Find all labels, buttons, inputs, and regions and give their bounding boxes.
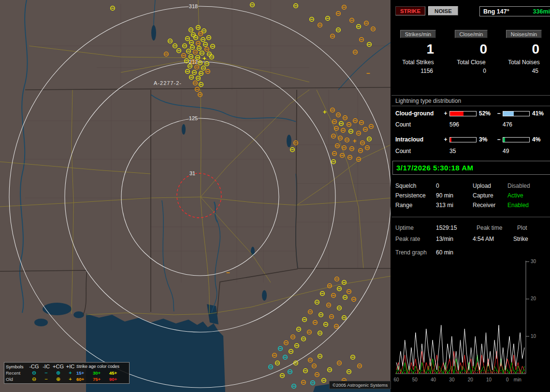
age-code-75: 75+	[93, 376, 109, 382]
map-legend: Symbols -CG -IC +CG +IC Strike age color…	[4, 362, 130, 384]
intracloud-row: Intracloud + 3% − 4%	[391, 136, 550, 143]
settings-section: Squelch 0 Upload Disabled Persistence 90…	[391, 181, 550, 210]
cg-minus-pct: 41%	[531, 110, 548, 117]
neg-ic-symbol-icon: −	[40, 370, 52, 376]
lightning-map: 31821212531 A-2277-2- Symbols -CG -IC +C…	[0, 0, 391, 392]
legend-age-header: Strike age color codes	[76, 364, 126, 370]
legend-recent-label: Recent	[6, 370, 28, 376]
svg-text:40: 40	[431, 377, 436, 382]
legend-col-neg-cg: -CG	[28, 364, 40, 370]
capture-label: Capture	[469, 191, 507, 200]
bearing-display: Bng 147° 336mi	[479, 6, 550, 16]
svg-text:min: min	[514, 377, 521, 382]
ic-minus-count: 49	[503, 148, 531, 154]
close-per-min-value: 0	[445, 40, 498, 59]
neg-ic-symbol-icon: −	[40, 376, 52, 382]
total-close-value: 0	[445, 68, 498, 76]
noises-per-min-button[interactable]: Noises/min	[506, 30, 542, 38]
cg-plus-bar	[449, 111, 477, 116]
pos-cg-symbol-icon: ⊕	[52, 370, 64, 376]
trend-graph-window: 60 min	[436, 248, 494, 257]
cg-plus-count: 596	[449, 121, 478, 128]
range-value: 313 mi	[436, 200, 469, 210]
ic-plus-count: 35	[449, 148, 478, 154]
noise-button[interactable]: NOISE	[428, 6, 458, 15]
receiver-status: Enabled	[507, 200, 546, 210]
age-code-30: 30+	[93, 370, 109, 376]
total-strikes-label: Total Strikes	[391, 59, 445, 68]
cg-plus-pct: 52%	[478, 110, 495, 117]
distribution-title: Lightning type distribution	[391, 98, 550, 106]
plot-label: Plot	[513, 223, 548, 234]
receiver-label: Receiver	[469, 200, 507, 210]
svg-text:20: 20	[468, 377, 474, 382]
datetime-value: 3/17/2026 5:30:18 AM	[396, 164, 474, 172]
copyright-label: ©2005 Astrogenic Systems	[329, 381, 391, 389]
neg-cg-symbol-icon: ⊖	[28, 376, 40, 382]
pos-ic-symbol-icon: +	[64, 376, 76, 382]
capture-status: Active	[507, 191, 546, 200]
age-code-90: 90+	[109, 376, 126, 382]
close-per-min-button[interactable]: Close/min	[455, 30, 488, 38]
bearing-range-value: 336mi	[533, 8, 550, 15]
total-noises-label: Total Noises	[498, 59, 550, 68]
cloud-ground-row: Cloud-ground + 52% − 41%	[391, 110, 550, 117]
svg-text:50: 50	[412, 377, 418, 382]
svg-text:125: 125	[189, 115, 198, 121]
ic-plus-pct: 3%	[478, 136, 495, 143]
bearing-value: Bng 147°	[483, 8, 509, 15]
datetime-display: 3/17/2026 5:30:18 AM	[392, 161, 550, 175]
cg-minus-bar	[503, 111, 530, 116]
svg-text:20: 20	[531, 296, 536, 301]
squelch-label: Squelch	[391, 181, 436, 191]
svg-text:30: 30	[531, 259, 536, 264]
trend-graph-label: Trend graph	[391, 248, 436, 257]
peak-time-value: 4:54 AM	[473, 234, 513, 245]
divider	[391, 217, 550, 217]
persistence-label: Persistence	[391, 191, 436, 200]
cg-minus-count: 476	[503, 121, 531, 128]
age-code-45: 45+	[109, 370, 126, 376]
noises-per-min-value: 0	[498, 40, 550, 59]
rates-section: Strikes/min Close/min Noises/min 1 0 0 T…	[391, 30, 550, 76]
svg-text:31: 31	[189, 170, 195, 176]
persistence-value: 90 min	[436, 191, 469, 200]
legend-col-pos-cg: +CG	[52, 364, 64, 370]
strikes-per-min-button[interactable]: Strikes/min	[400, 30, 436, 38]
total-noises-value: 45	[498, 68, 550, 76]
ic-plus-bar	[449, 137, 477, 142]
legend-col-neg-ic: -IC	[40, 364, 52, 370]
intracloud-label: Intracloud	[391, 136, 442, 143]
plot-toggle-row: STRIKE NOISE Bng 147° 336mi	[391, 6, 550, 17]
svg-text:0: 0	[506, 377, 509, 382]
plus-sign: +	[442, 110, 449, 117]
age-code-15: 15+	[76, 370, 93, 376]
plot-value: Strike	[513, 234, 548, 245]
squelch-value: 0	[436, 181, 469, 191]
pos-cg-symbol-icon: ⊕	[52, 376, 64, 382]
uptime-value: 1529:15	[436, 223, 473, 234]
upload-status: Disabled	[507, 181, 546, 191]
svg-text:30: 30	[449, 377, 455, 382]
legend-old-label: Old	[6, 376, 28, 382]
legend-symbols-header: Symbols	[6, 364, 28, 370]
age-code-60: 60+	[76, 376, 93, 382]
minus-sign: −	[495, 110, 503, 117]
svg-text:60: 60	[393, 377, 399, 382]
plus-sign: +	[442, 136, 449, 143]
count-label: Count	[391, 148, 442, 154]
peak-rate-label: Peak rate	[391, 234, 436, 245]
svg-text:10: 10	[531, 334, 536, 339]
range-label: Range	[391, 200, 436, 210]
upload-label: Upload	[469, 181, 507, 191]
divider	[391, 95, 550, 96]
peak-rate-value: 13/min	[436, 234, 473, 245]
stats-section: Uptime 1529:15 Peak time Plot Peak rate …	[391, 223, 550, 245]
map-canvas: 31821212531 A-2277-2-	[0, 0, 391, 392]
minus-sign: −	[495, 136, 503, 143]
strike-button[interactable]: STRIKE	[395, 6, 425, 15]
svg-text:318: 318	[189, 3, 198, 9]
storm-cell-label: A-2277-2-	[154, 80, 182, 86]
control-panel: STRIKE NOISE Bng 147° 336mi Strikes/min …	[391, 0, 550, 392]
peak-time-label: Peak time	[473, 223, 513, 234]
